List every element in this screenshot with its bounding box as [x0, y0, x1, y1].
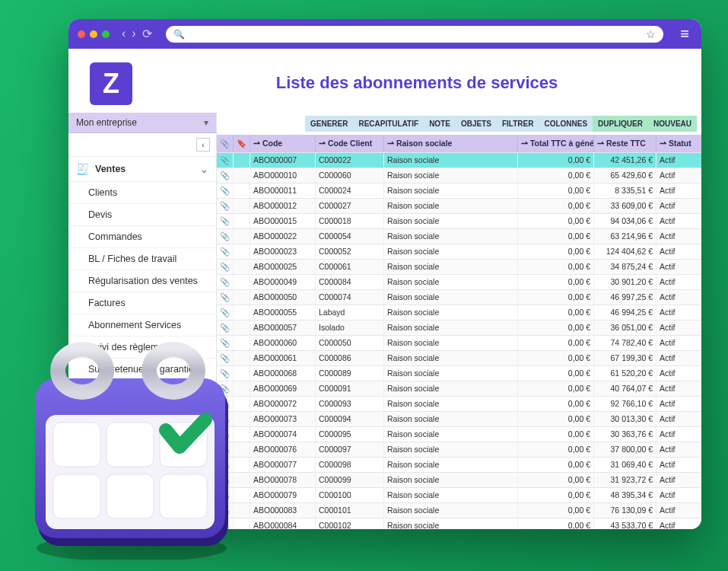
table-row[interactable]: 📎ABO000060C000050Raison sociale0,00 €74 … [217, 336, 701, 351]
table-row[interactable]: 📎ABO000022C000054Raison sociale0,00 €63 … [217, 229, 701, 244]
table-row[interactable]: 📎ABO000050C000074Raison sociale0,00 €46 … [217, 290, 701, 305]
table-row[interactable]: 📎ABO000079C000100Raison sociale0,00 €48 … [217, 488, 701, 503]
note-button[interactable]: NOTE [424, 116, 456, 132]
table-row[interactable]: 📎ABO000083C000101Raison sociale0,00 €76 … [217, 503, 701, 518]
reload-icon[interactable]: ⟳ [142, 27, 152, 41]
cell-statut: Actif [656, 503, 701, 518]
clip-icon: 📎 [217, 275, 234, 289]
cell-client: C000050 [316, 336, 384, 350]
table-row[interactable]: 📎ABO000011C000024Raison sociale0,00 €8 3… [217, 183, 701, 199]
sidebar-item-1[interactable]: Devis [68, 204, 216, 226]
cell-raison: Raison sociale [384, 503, 518, 518]
table-row[interactable]: 📎ABO000068C000089Raison sociale0,00 €61 … [217, 366, 701, 381]
star-icon[interactable]: ☆ [646, 28, 656, 40]
table-row[interactable]: 📎ABO000084C000102Raison sociale0,00 €43 … [217, 518, 701, 529]
cell-statut: Actif [656, 290, 701, 305]
cell-code: ABO000078 [250, 473, 316, 487]
table-row[interactable]: 📎ABO000077C000098Raison sociale0,00 €31 … [217, 458, 701, 473]
table-row[interactable]: 📎ABO000049C000084Raison sociale0,00 €30 … [217, 275, 701, 290]
tag-cell [234, 442, 250, 457]
sidebar-item-8[interactable]: Suivi retenue de garantie [68, 359, 216, 381]
cell-reste: 124 404,62 € [594, 244, 656, 259]
cell-statut: Actif [656, 168, 701, 183]
cell-client: C000060 [316, 168, 384, 183]
cell-total: 0,00 € [518, 381, 594, 396]
colonnes-button[interactable]: COLONNES [539, 116, 593, 132]
table-row[interactable]: 📎ABO000078C000099Raison sociale0,00 €31 … [217, 473, 701, 488]
table-row[interactable]: 📎ABO000076C000097Raison sociale0,00 €37 … [217, 442, 701, 458]
table-row[interactable]: 📎ABO000010C000060Raison sociale0,00 €65 … [217, 168, 701, 183]
back-icon[interactable]: ‹ [122, 27, 126, 41]
cell-reste: 31 069,40 € [594, 458, 656, 472]
sidebar-item-7[interactable]: Suivi des règlements [68, 337, 216, 359]
table-body[interactable]: 📎ABO000007C000022Raison sociale0,00 €42 … [217, 153, 701, 529]
company-selector[interactable]: Mon entreprise [68, 113, 216, 133]
cell-raison: Raison sociale [384, 427, 518, 442]
col-code[interactable]: ⇀ Code [250, 135, 316, 152]
col-total[interactable]: ⇀ Total TTC à génér… [518, 135, 594, 152]
sidebar-item-4[interactable]: Régularisation des ventes [68, 270, 216, 292]
cell-raison: Raison sociale [384, 275, 518, 289]
table-row[interactable]: 📎ABO000061C000086Raison sociale0,00 €67 … [217, 351, 701, 366]
cell-statut: Actif [656, 473, 701, 487]
table-row[interactable]: 📎ABO000007C000022Raison sociale0,00 €42 … [217, 153, 701, 168]
cell-statut: Actif [656, 244, 701, 259]
col-tag[interactable]: 🔖 [234, 135, 250, 152]
clip-icon: 📎 [217, 397, 234, 411]
sidebar-item-2[interactable]: Commandes [68, 226, 216, 248]
col-client[interactable]: ⇀ Code Client [316, 135, 384, 152]
cell-total: 0,00 € [518, 473, 594, 487]
cell-raison: Raison sociale [384, 244, 518, 259]
address-bar[interactable]: 🔍 ☆ [166, 26, 664, 43]
cell-statut: Actif [656, 488, 701, 502]
cell-reste: 31 923,72 € [594, 473, 656, 487]
col-clip[interactable]: 📎 [217, 135, 234, 152]
table-row[interactable]: 📎ABO000073C000094Raison sociale0,00 €30 … [217, 412, 701, 427]
cell-statut: Actif [656, 305, 701, 320]
cell-client: C000100 [316, 488, 384, 502]
close-icon[interactable] [78, 30, 85, 38]
cell-reste: 48 395,34 € [594, 488, 656, 502]
cell-code: ABO000007 [250, 153, 316, 167]
maximize-icon[interactable] [102, 30, 110, 38]
table-row[interactable]: 📎ABO000023C000052Raison sociale0,00 €124… [217, 244, 701, 260]
minimize-icon[interactable] [90, 30, 97, 38]
hamburger-menu-icon[interactable]: ≡ [677, 25, 692, 43]
sidebar-item-0[interactable]: Clients [68, 182, 216, 204]
forward-icon[interactable]: › [132, 27, 135, 41]
cell-reste: 34 875,24 € [594, 260, 656, 274]
sidebar-section-ventes[interactable]: 🧾 Ventes ⌄ [68, 157, 216, 182]
col-statut[interactable]: ⇀ Statut [656, 135, 701, 152]
col-raison[interactable]: ⇀ Raison sociale [384, 135, 518, 152]
cell-reste: 46 997,25 € [594, 290, 656, 305]
table-row[interactable]: 📎ABO000025C000061Raison sociale0,00 €34 … [217, 260, 701, 275]
col-reste[interactable]: ⇀ Reste TTC [594, 135, 656, 152]
clip-icon: 📎 [217, 503, 234, 518]
nouveau-button[interactable]: NOUVEAU [648, 116, 697, 132]
table-row[interactable]: 📎ABO000074C000095Raison sociale0,00 €30 … [217, 427, 701, 442]
table-row[interactable]: 📎ABO000055LabaydRaison sociale0,00 €46 9… [217, 305, 701, 321]
sidebar-item-5[interactable]: Factures [68, 292, 216, 314]
sidebar-item-6[interactable]: Abonnement Services [68, 314, 216, 337]
recapitulatif-button[interactable]: RECAPITULATIF [353, 116, 424, 132]
objets-button[interactable]: OBJETS [456, 116, 497, 132]
generer-button[interactable]: GENERER [305, 116, 353, 132]
table-row[interactable]: 📎ABO000057IsoladoRaison sociale0,00 €36 … [217, 321, 701, 336]
cell-client: C000089 [316, 366, 384, 381]
sidebar-item-3[interactable]: BL / Fiches de travail [68, 248, 216, 270]
filtrer-button[interactable]: FILTRER [497, 116, 539, 132]
table-row[interactable]: 📎ABO000015C000018Raison sociale0,00 €94 … [217, 214, 701, 229]
table-row[interactable]: 📎ABO000069C000091Raison sociale0,00 €40 … [217, 381, 701, 397]
tag-cell [234, 199, 250, 213]
table-row[interactable]: 📎ABO000012C000027Raison sociale0,00 €33 … [217, 199, 701, 214]
cell-statut: Actif [656, 458, 701, 472]
table-row[interactable]: 📎ABO000072C000093Raison sociale0,00 €92 … [217, 397, 701, 412]
dupliquer-button[interactable]: DUPLIQUER [593, 116, 648, 132]
cell-raison: Raison sociale [384, 518, 518, 529]
collapse-sidebar-button[interactable]: ‹ [196, 138, 210, 152]
cell-client: Isolado [316, 321, 384, 335]
cell-raison: Raison sociale [384, 214, 518, 228]
cell-total: 0,00 € [518, 321, 594, 335]
tag-cell [234, 153, 250, 167]
clip-icon: 📎 [217, 183, 234, 198]
